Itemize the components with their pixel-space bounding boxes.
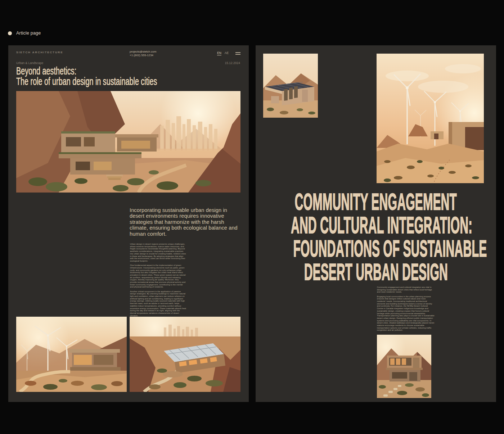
section-heading-line4: DESERT URBAN DESIGN xyxy=(304,255,447,288)
article-title-line2: The role of urban design in sustainable … xyxy=(16,75,157,88)
body-paragraph: Urban design in desert regions presents … xyxy=(130,243,186,262)
body-paragraph: Community engagement and cultural integr… xyxy=(377,286,435,293)
email-link[interactable]: projects@sietch.com xyxy=(130,50,156,54)
page-label: Article page xyxy=(8,31,41,36)
page-label-text: Article page xyxy=(16,31,41,36)
turbine-house-image xyxy=(16,317,127,392)
date-label: 15.12.2024 xyxy=(225,61,240,65)
language-switcher: EN AE xyxy=(217,51,229,55)
article-body: Urban design in desert regions presents … xyxy=(130,243,186,319)
wind-farm-image xyxy=(377,54,484,183)
desert-house-art xyxy=(377,335,431,398)
hero-image-art xyxy=(16,91,240,193)
wind-farm-art xyxy=(377,54,484,183)
solar-roof-house-image xyxy=(130,317,240,392)
turbine-house-art xyxy=(16,317,127,392)
brand-logo[interactable]: SIETCH ARCHITECTURE xyxy=(16,51,63,54)
body-paragraph: One fundamental aspect is the implementa… xyxy=(130,264,186,288)
lang-en[interactable]: EN xyxy=(217,51,221,55)
solar-building-art xyxy=(263,54,318,118)
hero-image xyxy=(16,91,240,193)
article-panel-right: COMMUNITY ENGAGEMENT AND CULTURAL INTEGR… xyxy=(256,45,496,402)
section-body: Community engagement and cultural integr… xyxy=(377,286,435,334)
menu-icon[interactable] xyxy=(235,52,240,56)
body-paragraph: Engaging local communities in the urban … xyxy=(377,295,435,332)
lead-paragraph: Incorporating sustainable urban design i… xyxy=(130,207,238,237)
article-title: Beyond aesthetics: The role of urban des… xyxy=(16,65,180,86)
lang-ae[interactable]: AE xyxy=(225,51,229,55)
article-panel-left: SIETCH ARCHITECTURE projects@sietch.com … xyxy=(8,45,249,402)
body-paragraph: Another critical component is the applic… xyxy=(130,290,186,317)
desert-house-image xyxy=(377,335,431,398)
section-heading: COMMUNITY ENGAGEMENT AND CULTURAL INTEGR… xyxy=(256,190,496,284)
phone-link[interactable]: +1 (602) 555-1234 xyxy=(130,54,156,57)
dot-icon xyxy=(8,31,12,35)
solar-roof-house-art xyxy=(130,317,240,392)
solar-building-image xyxy=(263,54,318,118)
contact-block: projects@sietch.com +1 (602) 555-1234 xyxy=(130,50,156,57)
